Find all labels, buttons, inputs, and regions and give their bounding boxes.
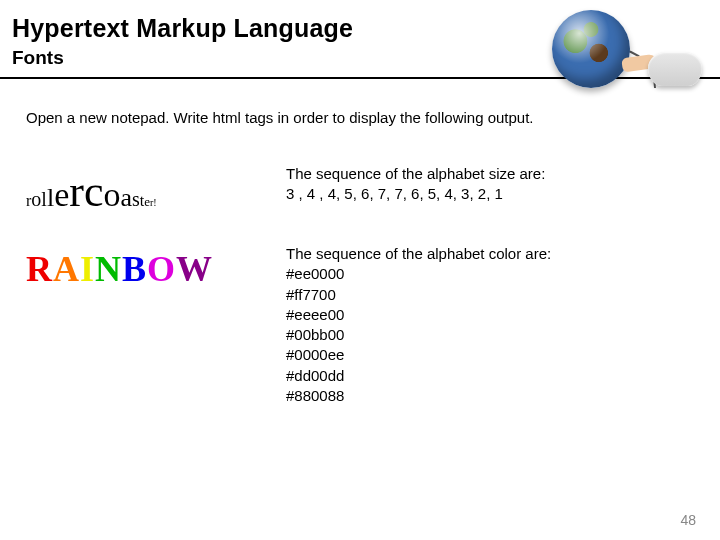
color-code-3: #00bb00 xyxy=(286,325,551,345)
rollercoaster-row: rollercoaster! The sequence of the alpha… xyxy=(26,164,694,214)
roller-letter: ! xyxy=(153,198,156,208)
roller-letter: c xyxy=(84,170,104,214)
rainbow-visual: RAINBOW xyxy=(26,244,286,290)
size-desc-seq: 3 , 4 , 4, 5, 6, 7, 7, 6, 5, 4, 3, 2, 1 xyxy=(286,184,545,204)
roller-letter: s xyxy=(132,189,140,209)
rainbow-letter: N xyxy=(95,249,122,289)
roller-letter: l xyxy=(47,185,54,211)
rollercoaster-desc: The sequence of the alphabet size are: 3… xyxy=(286,164,545,205)
roller-letter: a xyxy=(120,185,132,211)
color-code-1: #ff7700 xyxy=(286,285,551,305)
color-code-0: #ee0000 xyxy=(286,264,551,284)
color-desc-lead: The sequence of the alphabet color are: xyxy=(286,244,551,264)
rainbow-letter: R xyxy=(26,249,53,289)
color-code-2: #eeee00 xyxy=(286,305,551,325)
mouse-icon xyxy=(648,52,702,86)
size-desc-lead: The sequence of the alphabet size are: xyxy=(286,164,545,184)
rainbow-letter: I xyxy=(80,249,95,289)
page-number: 48 xyxy=(680,512,696,528)
roller-letter: o xyxy=(103,178,120,212)
color-code-4: #0000ee xyxy=(286,345,551,365)
roller-letter: e xyxy=(54,178,69,212)
rollercoaster-visual: rollercoaster! xyxy=(26,164,286,214)
content-area: rollercoaster! The sequence of the alpha… xyxy=(0,126,720,406)
color-code-6: #880088 xyxy=(286,386,551,406)
header-image xyxy=(510,4,710,99)
rainbow-desc: The sequence of the alphabet color are: … xyxy=(286,244,551,406)
globe-icon xyxy=(552,10,630,88)
roller-letter: r xyxy=(69,170,84,214)
roller-letter: o xyxy=(31,189,41,209)
color-code-5: #dd00dd xyxy=(286,366,551,386)
rainbow-row: RAINBOW The sequence of the alphabet col… xyxy=(26,244,694,406)
rainbow-letter: A xyxy=(53,249,80,289)
rainbow-letter: O xyxy=(147,249,176,289)
rainbow-letter: B xyxy=(122,249,147,289)
rainbow-letter: W xyxy=(176,249,213,289)
